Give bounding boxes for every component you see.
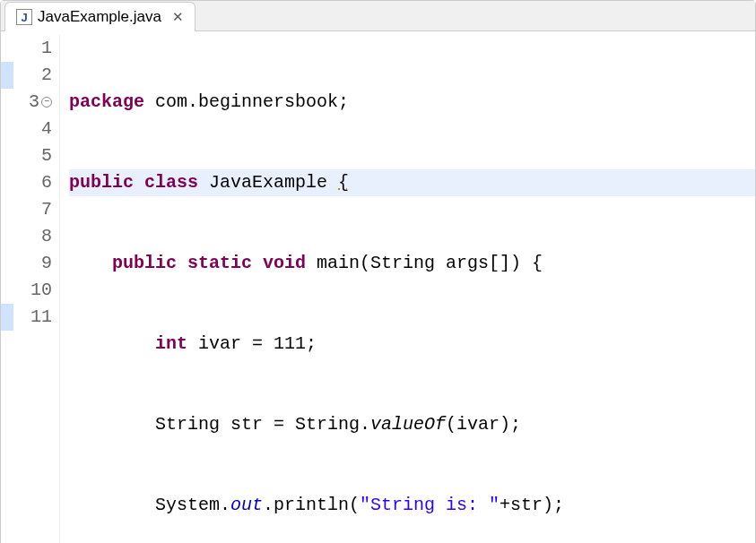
code-content[interactable]: package com.beginnersbook; public class … [60,35,755,543]
java-file-icon: J [16,9,32,25]
tab-bar: J JavaExample.java ✕ [1,1,755,31]
tab-title: JavaExample.java [38,8,161,26]
editor-tab[interactable]: J JavaExample.java ✕ [4,2,196,31]
left-margin [1,35,13,543]
close-icon[interactable]: ✕ [172,9,184,25]
fold-icon[interactable]: − [41,97,52,108]
code-area[interactable]: 1 2 3− 4 5 6 7 8 9 10 11 package com.beg… [1,31,755,543]
editor-panel: J JavaExample.java ✕ 1 2 3− 4 5 6 7 8 [0,0,756,543]
line-number-gutter: 1 2 3− 4 5 6 7 8 9 10 11 [13,35,60,543]
